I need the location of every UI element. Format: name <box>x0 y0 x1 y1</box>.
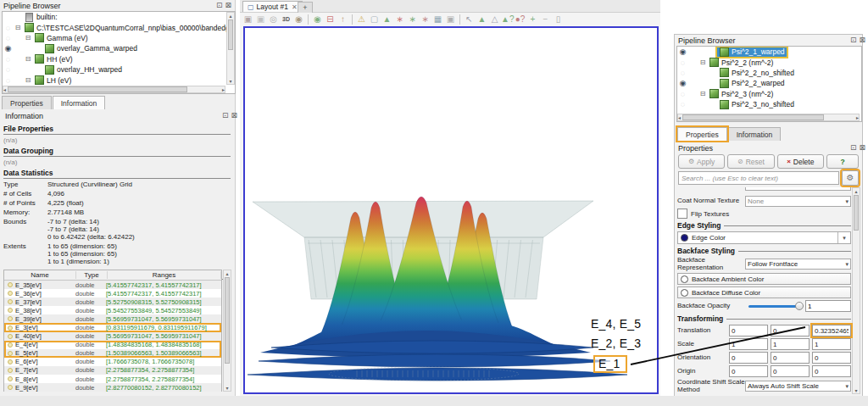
grow-selection-icon[interactable]: ↑ <box>337 14 349 25</box>
table-row[interactable]: E_3[eV]double[0.831195911679, 0.83119591… <box>4 323 221 331</box>
origin-field-2[interactable] <box>812 365 851 377</box>
delete-button[interactable]: ×Delete <box>777 154 824 169</box>
close-icon[interactable]: ⊠ <box>231 112 237 120</box>
table-row[interactable]: E_7[eV]double[2.2758877354, 2.2758877354… <box>4 366 221 375</box>
pipeline-item[interactable]: ◌⊟Psi^2_3 (nm^-2) <box>677 89 861 99</box>
table-row[interactable]: E_5[eV]double[1.50389066563, 1.503890665… <box>4 349 221 358</box>
pipeline-item[interactable]: ◌Psi^2_3_no_shifted <box>677 99 861 109</box>
visibility-eye-icon[interactable]: ◌ <box>3 34 14 42</box>
restore-camera-icon[interactable]: ▣ <box>254 14 267 25</box>
table-header[interactable]: Name Type Ranges <box>4 270 221 281</box>
visibility-eye-icon[interactable]: ◌ <box>3 76 14 85</box>
scrollbar[interactable]: ◂▸ <box>677 114 860 121</box>
orientation-field-1[interactable] <box>771 352 810 364</box>
help-button[interactable]: ? <box>826 154 859 169</box>
visibility-eye-icon[interactable]: ◌ <box>677 58 688 67</box>
chevron-down-icon[interactable]: ▾ <box>837 232 850 243</box>
save-camera-icon[interactable]: ▣ <box>242 14 254 25</box>
tree-expander[interactable]: ⊟ <box>698 58 707 66</box>
undock-icon[interactable]: ⊡ <box>216 2 223 9</box>
color-button[interactable]: Backface Ambient Color <box>677 273 851 285</box>
visibility-eye-icon[interactable]: ◌ <box>3 65 14 74</box>
table-row[interactable]: E_6[eV]double[1.7666735078, 1.7666735078… <box>4 358 221 366</box>
select-block-icon[interactable]: ▣ <box>444 14 457 25</box>
scale-field-0[interactable] <box>729 338 768 350</box>
properties-titlebar[interactable]: Properties ⊡ ⊠ <box>675 142 868 153</box>
orientation-field-0[interactable] <box>729 352 768 364</box>
col-type[interactable]: Type <box>76 271 108 279</box>
slider-knob[interactable] <box>795 302 804 310</box>
pipeline-item[interactable]: ◌Psi^2_2_no_shifted <box>677 68 861 78</box>
query-cells-icon[interactable]: ▲? <box>501 14 514 25</box>
render-view[interactable]: E_4, E_5 E_2, E_3 E_1 <box>243 26 659 394</box>
table-row[interactable]: E_8[eV]double[2.2758877354, 2.2758877354… <box>4 375 221 383</box>
visibility-eye-icon[interactable]: ◌ <box>677 100 688 108</box>
color-dropdown[interactable]: Edge Color▾ <box>677 231 851 244</box>
dropdown[interactable]: None▾ <box>745 196 851 207</box>
select-points-on-icon[interactable]: ∗ <box>393 14 406 25</box>
visibility-eye-icon[interactable]: ◉ <box>3 44 14 53</box>
scrollbar[interactable]: ▴▾ <box>852 187 860 394</box>
table-row[interactable]: E_36[eV]double[5.41557742317, 5.41557742… <box>4 289 221 298</box>
pipeline-item[interactable]: ◉Psi^2_1_warped <box>677 47 861 57</box>
translation-field-2[interactable] <box>812 325 851 336</box>
opacity-slider[interactable] <box>748 305 802 308</box>
apply-button[interactable]: ⚙Apply <box>678 154 725 169</box>
checkbox[interactable] <box>677 209 687 219</box>
visibility-eye-icon[interactable]: ◌ <box>677 90 688 98</box>
translation-field-0[interactable] <box>729 325 768 336</box>
undock-icon[interactable]: ⊡ <box>850 36 857 44</box>
scrollbar[interactable]: ▴▾ <box>226 12 235 85</box>
pipeline-item[interactable]: ◌⊟Gamma (eV) <box>3 33 218 43</box>
add-layout-tab[interactable]: + <box>298 2 313 13</box>
visibility-eye-icon[interactable]: ◉ <box>677 47 688 56</box>
pipeline-item[interactable]: ◉Psi^2_2_warped <box>677 78 861 88</box>
select-cells-on-icon[interactable]: ▲ <box>381 14 393 25</box>
dropdown[interactable]: None▾ <box>745 187 851 191</box>
pipeline-item[interactable]: ◌overlay_HH_warped <box>3 64 218 75</box>
tree-expander[interactable]: ⊟ <box>24 76 32 84</box>
select-points-polygon-icon[interactable]: △ <box>488 14 501 25</box>
scale-field-1[interactable] <box>771 338 810 350</box>
visibility-eye-icon[interactable]: ◌ <box>3 55 14 64</box>
gear-icon[interactable]: ⚙ <box>842 170 859 186</box>
pipeline-item[interactable]: builtin: <box>3 12 218 22</box>
tree-expander[interactable]: ⊟ <box>14 24 22 31</box>
orientation-field-2[interactable] <box>812 352 851 364</box>
add-selection-icon[interactable]: + <box>526 14 539 25</box>
tree-expander[interactable]: ⊟ <box>24 34 32 42</box>
tab-properties[interactable]: Properties <box>2 96 52 109</box>
pipeline-browser-titlebar[interactable]: Pipeline Browser ⊡ ⊠ <box>675 35 868 46</box>
interactive-select-icon[interactable]: ▦ <box>431 14 444 25</box>
origin-field-0[interactable] <box>729 365 768 377</box>
close-icon[interactable]: ⊠ <box>859 144 865 152</box>
visibility-eye-icon[interactable]: ◌ <box>3 24 14 32</box>
col-ranges[interactable]: Ranges <box>108 271 221 279</box>
origin-field-1[interactable] <box>771 365 810 377</box>
query-points-icon[interactable]: ●? <box>514 14 526 25</box>
reset-button[interactable]: ⊘Reset <box>727 154 774 169</box>
capture-screenshot-icon[interactable]: ◎ <box>267 14 280 25</box>
opacity-input[interactable] <box>805 300 851 312</box>
tab-properties[interactable]: Properties <box>677 127 727 141</box>
clear-hover-icon[interactable]: ⊟ <box>324 14 337 25</box>
scrollbar[interactable]: ◂▸ <box>3 86 225 93</box>
visibility-eye-icon[interactable]: ◉ <box>677 79 688 87</box>
tab-information[interactable]: Information <box>53 96 106 109</box>
pointer-icon[interactable]: ↖ <box>463 14 476 25</box>
dropdown[interactable]: Always Auto Shift Scale▾ <box>745 381 851 392</box>
pipeline-item[interactable]: ◌⊟LH (eV) <box>3 75 218 85</box>
rubber-band-select-icon[interactable]: ▢ <box>368 14 381 25</box>
table-row[interactable]: E_40[eV]double[5.56959731047, 5.56959731… <box>4 332 221 341</box>
search-input[interactable] <box>678 171 839 185</box>
table-row[interactable]: E_37[eV]double[5.52750908315, 5.52750908… <box>4 298 221 306</box>
close-icon[interactable]: ⊠ <box>225 2 231 9</box>
table-row[interactable]: E_38[eV]double[5.54527553849, 5.54527553… <box>4 306 221 314</box>
pipeline-item[interactable]: ◌⊟Psi^2_2 (nm^-2) <box>677 57 861 67</box>
scale-field-2[interactable] <box>812 338 851 350</box>
visibility-eye-icon[interactable]: ◌ <box>677 69 688 77</box>
select-points-through-icon[interactable]: ∗ <box>419 14 431 25</box>
subtract-selection-icon[interactable]: − <box>539 14 552 25</box>
undock-icon[interactable]: ⊡ <box>850 144 857 152</box>
translation-field-1[interactable] <box>771 325 810 336</box>
